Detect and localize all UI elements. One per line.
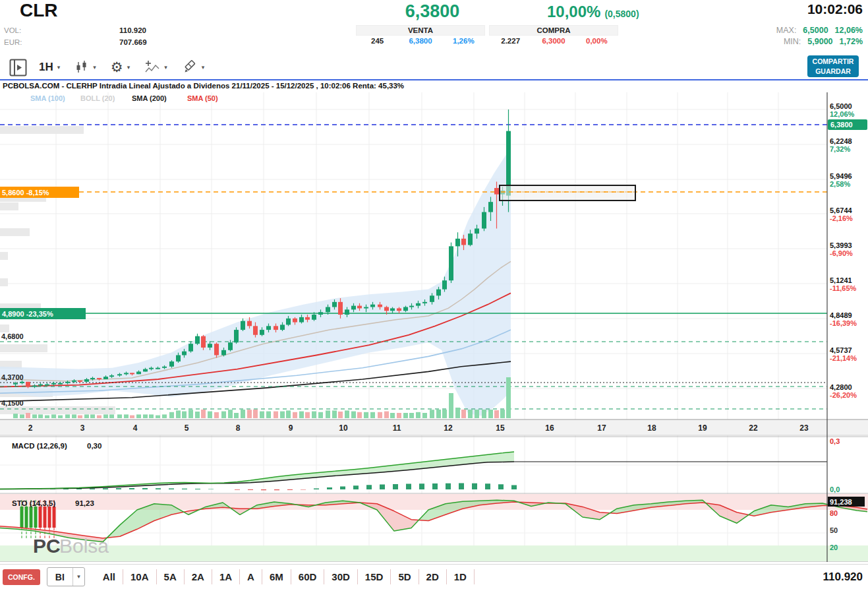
svg-text:-26,20%: -26,20% (830, 391, 857, 399)
period-button-1D[interactable]: 1D (447, 569, 475, 584)
change-absolute: (0,5800) (604, 9, 639, 19)
vol-label: VOL: (4, 26, 21, 34)
svg-text:16: 16 (545, 423, 554, 433)
period-button-15D[interactable]: 15D (358, 569, 391, 584)
period-button-30D[interactable]: 30D (324, 569, 358, 584)
chart-area[interactable]: 234589101112151617181922236,500012,06%6,… (0, 79, 868, 564)
period-button-2A[interactable]: 2A (185, 569, 212, 584)
annotation-box (500, 185, 635, 201)
add-indicator-selector[interactable]: ▾ (144, 59, 167, 75)
save-label: GUARDAR (807, 67, 859, 77)
bid-price: 6,3000 (532, 37, 575, 45)
chart-toolbar: 1H ▾ ▾ ⚙ ▾ ▾ (0, 55, 868, 79)
max-percent: 12,06% (835, 26, 863, 35)
svg-text:STO (14,3,5): STO (14,3,5) (12, 499, 55, 507)
svg-text:17: 17 (597, 423, 606, 433)
bid-title: COMPRA (489, 25, 618, 36)
svg-text:-11,65%: -11,65% (830, 284, 857, 292)
svg-text:5: 5 (185, 423, 189, 433)
ticker-symbol: CLR (20, 0, 58, 21)
period-button-6M[interactable]: 6M (262, 569, 291, 584)
svg-text:0,0: 0,0 (830, 485, 840, 493)
svg-text:6,5000: 6,5000 (830, 102, 852, 110)
last-price: 6,3800 (393, 1, 472, 22)
footer-volume: 110.920 (823, 571, 863, 584)
svg-text:2: 2 (28, 423, 33, 433)
price-chart-svg[interactable]: 234589101112151617181922236,500012,06%6,… (0, 79, 868, 564)
chevron-down-icon: ▾ (93, 64, 96, 71)
svg-text:-2,16%: -2,16% (830, 214, 853, 222)
timeframe-selector[interactable]: 1H ▾ (39, 61, 60, 74)
svg-text:5,8600 -8,15%: 5,8600 -8,15% (2, 189, 49, 197)
svg-text:5,6744: 5,6744 (830, 206, 853, 214)
watermark: PCBolsa (33, 535, 109, 557)
period-button-2D[interactable]: 2D (419, 569, 447, 584)
svg-text:5,3993: 5,3993 (830, 241, 852, 249)
min-row: MIN: 5,9000 1,72% (745, 37, 863, 46)
svg-text:BOLL (20): BOLL (20) (80, 94, 115, 102)
trading-app: CLR VOL: 110.920 EUR: 707.669 6,3800 10,… (0, 0, 868, 589)
x-axis: 23458910111215161718192223 (0, 419, 868, 435)
period-button-5A[interactable]: 5A (157, 569, 185, 584)
chart-type-selector[interactable]: ▾ (74, 60, 96, 75)
candlestick-icon (74, 60, 89, 75)
svg-text:5,9496: 5,9496 (830, 172, 852, 180)
period-button-60D[interactable]: 60D (291, 569, 325, 584)
draw-tools-selector[interactable]: ▾ (182, 59, 205, 75)
svg-text:11: 11 (393, 423, 401, 433)
svg-text:-16,39%: -16,39% (830, 319, 857, 327)
min-percent: 1,72% (840, 37, 863, 46)
svg-text:22: 22 (749, 423, 758, 433)
chevron-down-icon: ▼ (72, 568, 84, 586)
share-label: COMPARTIR (807, 57, 859, 67)
footer-toolbar: CONFG. BI ▼ All10A5A2A1AA6M60D30D15D5D2D… (0, 564, 868, 589)
svg-text:-21,14%: -21,14% (830, 354, 857, 362)
svg-text:SMA (50): SMA (50) (187, 94, 218, 102)
period-button-10A[interactable]: 10A (123, 569, 157, 584)
svg-text:20: 20 (830, 543, 838, 551)
bid-box: COMPRA 2.227 6,3000 0,00% (489, 25, 618, 46)
svg-text:5,1241: 5,1241 (830, 276, 852, 284)
gear-icon: ⚙ (111, 61, 123, 74)
svg-text:SMA (100): SMA (100) (30, 94, 65, 102)
svg-text:4,1500: 4,1500 (1, 399, 24, 407)
svg-text:4,2800: 4,2800 (830, 383, 852, 391)
period-button-All[interactable]: All (96, 569, 123, 584)
config-button[interactable]: CONFG. (3, 569, 40, 585)
period-button-A[interactable]: A (240, 569, 262, 584)
period-button-1A[interactable]: 1A (212, 569, 240, 584)
period-buttons: All10A5A2A1AA6M60D30D15D5D2D1D (96, 569, 475, 584)
svg-text:4,6800: 4,6800 (1, 332, 24, 340)
volume-row: VOL: 110.920 (4, 26, 21, 34)
chevron-down-icon: ▾ (57, 64, 61, 71)
share-save-button[interactable]: COMPARTIR GUARDAR (807, 55, 859, 77)
svg-text:SMA (200): SMA (200) (132, 94, 167, 102)
panel-toggle-button[interactable] (9, 59, 27, 77)
svg-text:19: 19 (698, 423, 707, 433)
svg-text:80: 80 (830, 509, 838, 517)
svg-text:18: 18 (647, 423, 656, 433)
svg-text:91,23: 91,23 (75, 499, 94, 507)
bi-dropdown[interactable]: BI ▼ (47, 567, 85, 586)
ask-price: 6,3800 (399, 37, 442, 45)
min-label: MIN: (784, 37, 801, 46)
svg-text:PCBOLSA.COM - CLERHP Intradia: PCBOLSA.COM - CLERHP Intradia Lineal Aju… (3, 82, 404, 90)
max-value: 6,5000 (803, 26, 828, 35)
eur-row: EUR: 707.669 (4, 38, 22, 46)
settings-selector[interactable]: ⚙ ▾ (111, 61, 130, 74)
max-row: MAX: 6,5000 12,06% (745, 26, 863, 35)
min-value: 5,9000 (807, 37, 832, 46)
svg-text:PC: PC (33, 535, 61, 557)
svg-text:4,5737: 4,5737 (830, 346, 852, 354)
svg-text:4,8900 -23,35%: 4,8900 -23,35% (2, 310, 53, 318)
bid-quantity: 2.227 (489, 37, 532, 45)
ask-title: VENTA (356, 25, 485, 36)
svg-text:91,238: 91,238 (830, 498, 852, 506)
eur-value: 707.669 (119, 38, 147, 46)
chevron-down-icon: ▾ (164, 64, 167, 71)
ask-box: VENTA 245 6,3800 1,26% (356, 25, 485, 46)
svg-text:-6,90%: -6,90% (830, 249, 853, 257)
period-button-5D[interactable]: 5D (391, 569, 419, 584)
header: CLR VOL: 110.920 EUR: 707.669 6,3800 10,… (0, 0, 868, 55)
svg-text:10: 10 (339, 423, 348, 433)
